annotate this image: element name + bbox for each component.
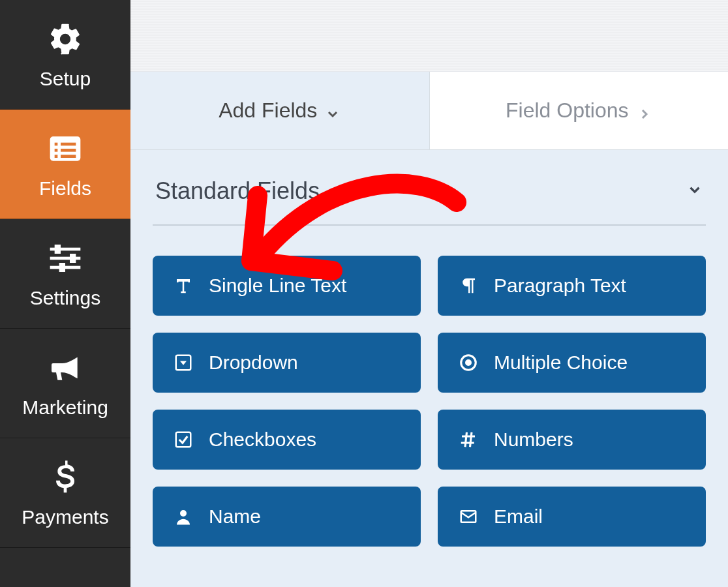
sidebar-item-settings[interactable]: Settings [0,219,130,329]
fields-panel: Standard Fields Single Line Text Para [130,150,728,587]
field-label: Checkboxes [209,429,316,451]
field-checkboxes[interactable]: Checkboxes [153,410,421,470]
list-icon [46,129,85,168]
group-header-standard-fields[interactable]: Standard Fields [153,150,706,226]
svg-marker-14 [180,361,187,365]
svg-rect-4 [61,149,76,152]
sidebar-item-label: Fields [39,177,91,200]
hash-icon [457,429,479,451]
sidebar-item-setup[interactable]: Setup [0,0,130,110]
svg-rect-7 [50,247,81,250]
field-label: Paragraph Text [494,275,626,297]
tab-label: Add Fields [219,98,317,123]
field-paragraph-text[interactable]: Paragraph Text [438,256,706,316]
field-dropdown[interactable]: Dropdown [153,333,421,393]
field-label: Dropdown [209,352,298,374]
field-email[interactable]: Email [438,487,706,547]
radio-icon [457,352,479,374]
sidebar-item-payments[interactable]: Payments [0,438,130,548]
user-icon [172,505,194,528]
paragraph-icon [457,275,479,297]
field-label: Email [494,505,543,528]
checkbox-icon [172,429,194,451]
svg-rect-11 [70,254,76,263]
svg-rect-10 [55,245,61,254]
svg-point-18 [180,510,187,517]
field-label: Multiple Choice [494,352,628,374]
field-numbers[interactable]: Numbers [438,410,706,470]
sidebar-item-label: Setup [40,68,91,90]
envelope-icon [457,505,479,528]
sidebar-item-label: Marketing [22,397,108,419]
svg-rect-17 [176,432,191,447]
sidebar-item-label: Payments [22,506,108,528]
app-root: Setup Fields Settings Marketing Payments [0,0,728,587]
tab-add-fields[interactable]: Add Fields [130,72,430,149]
dollar-icon [46,458,85,497]
svg-rect-3 [55,149,58,152]
svg-rect-12 [59,263,65,272]
svg-point-16 [465,359,472,366]
tabs: Add Fields Field Options [130,72,728,150]
sidebar-item-marketing[interactable]: Marketing [0,329,130,438]
text-cursor-icon [172,275,194,297]
svg-rect-6 [61,155,76,158]
svg-rect-5 [55,155,58,158]
group-title: Standard Fields [155,177,320,205]
chevron-right-icon [637,103,652,119]
chevron-down-icon [686,181,703,201]
dropdown-icon [172,352,194,374]
field-single-line-text[interactable]: Single Line Text [153,256,421,316]
field-label: Name [209,505,261,528]
field-label: Single Line Text [209,275,346,297]
svg-rect-1 [55,142,58,145]
tab-field-options[interactable]: Field Options [430,72,729,149]
sidebar: Setup Fields Settings Marketing Payments [0,0,130,587]
sliders-icon [46,239,85,278]
field-multiple-choice[interactable]: Multiple Choice [438,333,706,393]
top-strip [130,0,728,72]
field-name[interactable]: Name [153,487,421,547]
tab-label: Field Options [506,98,629,123]
gear-icon [46,20,85,59]
sidebar-item-fields[interactable]: Fields [0,110,130,219]
bullhorn-icon [46,348,85,387]
main-area: Add Fields Field Options Standard Fields [130,0,728,587]
field-label: Numbers [494,429,573,451]
sidebar-item-label: Settings [30,287,100,309]
svg-rect-2 [61,142,76,145]
field-grid: Single Line Text Paragraph Text Dropdown [153,256,706,547]
chevron-down-icon [325,103,341,119]
